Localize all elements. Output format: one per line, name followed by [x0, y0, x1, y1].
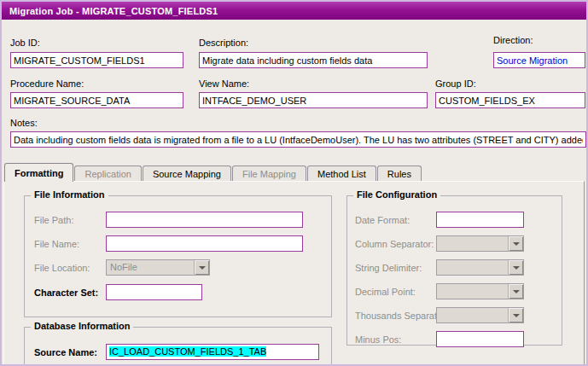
view-name-label: View Name: [199, 78, 249, 90]
job-id-label: Job ID: [10, 38, 40, 49]
file-location-label: File Location: [34, 263, 90, 274]
chevron-down-icon [513, 290, 520, 293]
decimal-point-label: Decimal Point: [355, 287, 416, 298]
column-separator-value [437, 236, 508, 251]
string-delimiter-label: String Delimiter: [355, 263, 422, 274]
minus-pos-input[interactable] [436, 331, 524, 347]
string-delimiter-value [437, 260, 508, 275]
character-set-label: Character Set: [34, 288, 98, 299]
file-path-input[interactable] [106, 212, 303, 228]
notes-input[interactable] [10, 131, 586, 148]
view-name-input[interactable] [199, 92, 428, 108]
chevron-down-icon [513, 314, 520, 317]
tab-method-list[interactable]: Method List [307, 166, 376, 181]
chevron-down-icon [199, 266, 206, 270]
date-format-label: Date Format: [355, 215, 410, 226]
thousands-separator-dropdown-button[interactable] [508, 308, 523, 322]
file-path-label: File Path: [34, 215, 73, 226]
file-location-value: NoFile [107, 260, 194, 275]
decimal-point-select[interactable] [436, 283, 524, 299]
minus-pos-label: Minus Pos: [355, 334, 401, 346]
direction-input[interactable] [493, 52, 585, 68]
database-information-title: Database Information [31, 321, 133, 332]
tab-file-mapping[interactable]: File Mapping [232, 166, 306, 181]
description-label: Description: [199, 38, 248, 49]
thousands-separator-value [437, 308, 508, 322]
source-name-selected-text: IC_LOAD_CUSTOM_FIELDS_1_TAB [109, 346, 266, 357]
notes-label: Notes: [10, 118, 38, 129]
column-separator-dropdown-button[interactable] [508, 236, 523, 251]
decimal-point-dropdown-button[interactable] [508, 284, 523, 299]
chevron-down-icon [513, 242, 520, 246]
string-delimiter-select[interactable] [436, 259, 524, 276]
thousands-separator-label: Thousands Separator [355, 311, 445, 322]
file-name-label: File Name: [34, 239, 79, 250]
tab-strip: Formatting Replication Source Mapping Fi… [4, 163, 422, 182]
procedure-name-label: Procedure Name: [10, 78, 84, 90]
column-separator-label: Column Separator: [355, 239, 434, 250]
file-configuration-title: File Configuration [353, 189, 440, 200]
thousands-separator-select[interactable] [436, 307, 524, 323]
string-delimiter-dropdown-button[interactable] [508, 260, 523, 275]
procedure-name-input[interactable] [10, 92, 183, 108]
direction-label: Direction: [493, 35, 533, 46]
window-titlebar[interactable]: Migration Job - MIGRATE_CUSTOM_FIELDS1 [2, 2, 586, 20]
file-location-dropdown-button[interactable] [194, 260, 209, 275]
character-set-input[interactable] [106, 284, 202, 300]
source-name-input[interactable]: IC_LOAD_CUSTOM_FIELDS_1_TAB [106, 344, 319, 360]
source-name-label: Source Name: [34, 347, 97, 358]
tab-formatting[interactable]: Formatting [4, 163, 73, 182]
description-input[interactable] [199, 52, 428, 68]
decimal-point-value [437, 284, 508, 299]
chevron-down-icon [513, 266, 520, 270]
file-name-input[interactable] [106, 235, 303, 252]
tab-source-mapping[interactable]: Source Mapping [143, 166, 231, 181]
group-id-label: Group ID: [435, 78, 476, 90]
file-information-title: File Information [31, 189, 108, 200]
job-id-input[interactable] [10, 52, 183, 68]
group-id-input[interactable] [435, 92, 585, 108]
tab-replication[interactable]: Replication [74, 166, 141, 181]
window-title: Migration Job - MIGRATE_CUSTOM_FIELDS1 [9, 6, 218, 16]
date-format-input[interactable] [436, 212, 524, 228]
column-separator-select[interactable] [436, 235, 524, 252]
tab-rules[interactable]: Rules [377, 166, 422, 181]
file-location-select[interactable]: NoFile [106, 259, 210, 276]
